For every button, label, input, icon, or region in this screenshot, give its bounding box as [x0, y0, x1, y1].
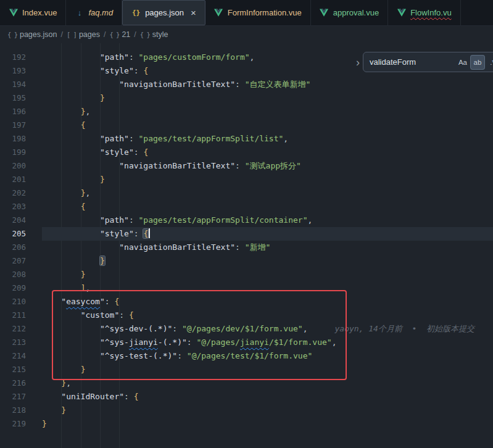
line-content: {: [42, 200, 493, 214]
brackets-icon: [ ]: [67, 31, 77, 38]
line-content: "navigationBarTitleText": "新增": [42, 241, 493, 254]
line-number: 194: [0, 78, 42, 91]
tab-label: pages.json: [145, 8, 184, 17]
code-line-209[interactable]: 209 ],: [0, 281, 493, 295]
code-line-207[interactable]: 207 }: [0, 254, 493, 268]
vue-icon: [214, 9, 223, 17]
line-number: 199: [0, 146, 42, 159]
code-line-204[interactable]: 204 "path": "pages/test/appFormSplit/con…: [0, 214, 493, 227]
braces-icon: { }: [109, 31, 119, 38]
code-line-196[interactable]: 196 },: [0, 105, 493, 118]
code-line-212[interactable]: 212 "^sys-dev-(.*)": "@/pages/dev/$1/for…: [0, 322, 493, 336]
editor: 192 "path": "pages/customForm/form",193 …: [0, 43, 493, 448]
line-content: },: [42, 186, 493, 200]
line-content: }: [42, 404, 493, 417]
line-number: 208: [0, 268, 42, 281]
tab-forminformation-vue[interactable]: FormInformation.vue: [205, 0, 311, 25]
code-line-217[interactable]: 217 "uniIdRouter": {: [0, 390, 493, 404]
line-content: },: [42, 376, 493, 390]
breadcrumb-label: pages.json: [20, 30, 57, 39]
line-number: 206: [0, 241, 42, 254]
regex-icon[interactable]: .*: [486, 56, 493, 69]
code-line-206[interactable]: 206 "navigationBarTitleText": "新增": [0, 241, 493, 254]
tab-approval-vue[interactable]: approval.vue: [311, 0, 388, 25]
line-content: "path": "pages/test/appFormSplit/contain…: [42, 214, 493, 227]
line-content: "style": {: [42, 227, 493, 241]
line-number: 217: [0, 390, 42, 404]
find-input[interactable]: validateForm Aaab.*: [363, 52, 493, 72]
line-number: 192: [0, 51, 42, 64]
code-line-215[interactable]: 215 }: [0, 363, 493, 376]
match-case-icon[interactable]: Aa: [456, 56, 470, 69]
code-line-202[interactable]: 202 },: [0, 186, 493, 200]
line-number: 198: [0, 132, 42, 146]
code-line-200[interactable]: 200 "navigationBarTitleText": "测试app拆分": [0, 159, 493, 173]
breadcrumb-label: pages: [79, 30, 100, 39]
vue-icon: [397, 9, 406, 17]
tab-pages-json[interactable]: {}pages.json×: [122, 0, 205, 25]
line-content: "^sys-test-(.*)": "@/pages/test/$1/form.…: [42, 349, 493, 363]
line-content: "easycom": {: [42, 295, 493, 309]
code-line-201[interactable]: 201 }: [0, 173, 493, 186]
line-number: 209: [0, 281, 42, 295]
whole-word-icon[interactable]: ab: [471, 56, 484, 69]
braces-icon: { }: [140, 31, 150, 38]
line-number: 196: [0, 105, 42, 118]
line-content: "^sys-jianyi-(.*)": "@/pages/jianyi/$1/f…: [42, 336, 493, 349]
line-content: }: [42, 417, 493, 431]
line-number: 213: [0, 336, 42, 349]
code-line-205[interactable]: 205 "style": {: [0, 227, 493, 241]
tab-faq-md[interactable]: ↓faq.md: [66, 0, 122, 25]
code-line-195[interactable]: 195 }: [0, 91, 493, 105]
braces-icon: { }: [7, 31, 17, 38]
code-line-213[interactable]: 213 "^sys-jianyi-(.*)": "@/pages/jianyi/…: [0, 336, 493, 349]
code-line-211[interactable]: 211 "custom": {: [0, 309, 493, 322]
line-number: 205: [0, 227, 42, 241]
line-number: 200: [0, 159, 42, 173]
line-number: 204: [0, 214, 42, 227]
breadcrumb-label: 21: [122, 30, 130, 39]
find-query-text[interactable]: validateForm: [370, 57, 456, 67]
line-content: }: [42, 91, 493, 105]
breadcrumb-item-pages[interactable]: [ ]pages: [67, 30, 100, 39]
code-line-218[interactable]: 218 }: [0, 404, 493, 417]
tab-flowinfo-vu[interactable]: FlowInfo.vu: [388, 0, 460, 25]
line-content: }: [42, 363, 493, 376]
code-line-210[interactable]: 210 "easycom": {: [0, 295, 493, 309]
code-line-199[interactable]: 199 "style": {: [0, 146, 493, 159]
line-number: 193: [0, 64, 42, 78]
line-number: 202: [0, 186, 42, 200]
code-line-197[interactable]: 197 {: [0, 118, 493, 132]
line-content: }: [42, 173, 493, 186]
git-blame-annotation: yaoyn, 14个月前 • 初始版本提交: [334, 324, 474, 333]
breadcrumb-item-pages-json[interactable]: { }pages.json: [7, 30, 57, 39]
code-line-198[interactable]: 198 "path": "pages/test/appFormSplit/lis…: [0, 132, 493, 146]
breadcrumb-item-21[interactable]: { }21: [109, 30, 130, 39]
line-content: }: [42, 268, 493, 281]
code-line-219[interactable]: 219}: [0, 417, 493, 431]
line-content: {: [42, 118, 493, 132]
line-number: 201: [0, 173, 42, 186]
tab-label: FlowInfo.vu: [410, 8, 451, 17]
tab-label: FormInformation.vue: [228, 8, 302, 17]
code-line-216[interactable]: 216 },: [0, 376, 493, 390]
markdown-icon: ↓: [75, 8, 84, 17]
toggle-replace-chevron-icon[interactable]: ›: [356, 57, 360, 68]
code-line-194[interactable]: 194 "navigationBarTitleText": "自定义表单新增": [0, 78, 493, 91]
line-number: 218: [0, 404, 42, 417]
tab-label: Index.vue: [22, 8, 57, 17]
code-line-203[interactable]: 203 {: [0, 200, 493, 214]
tab-label: faq.md: [88, 8, 113, 17]
line-content: "path": "pages/test/appFormSplit/list",: [42, 132, 493, 146]
vue-icon: [9, 9, 18, 17]
code-line-208[interactable]: 208 }: [0, 268, 493, 281]
close-icon[interactable]: ×: [191, 8, 196, 17]
json-icon: {}: [131, 9, 141, 17]
breadcrumb-item-style[interactable]: { }style: [140, 30, 168, 39]
tab-label: approval.vue: [333, 8, 379, 17]
code-line-214[interactable]: 214 "^sys-test-(.*)": "@/pages/test/$1/f…: [0, 349, 493, 363]
tab-index-vue[interactable]: Index.vue: [0, 0, 66, 25]
line-content: }: [42, 254, 493, 268]
line-content: ],: [42, 281, 493, 295]
breadcrumb-separator: /: [134, 30, 136, 39]
